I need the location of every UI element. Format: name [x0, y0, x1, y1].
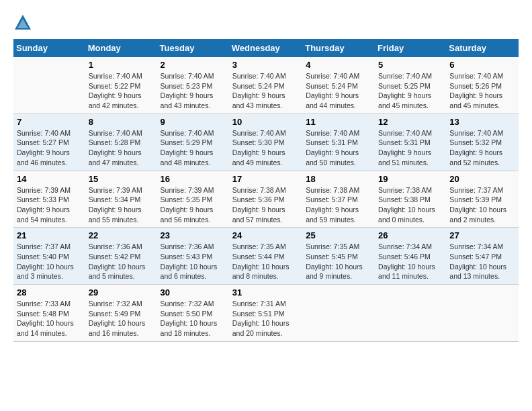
day-header-saturday: Saturday	[446, 39, 519, 57]
day-number: 10	[232, 117, 299, 127]
day-number: 8	[89, 117, 154, 127]
day-header-wednesday: Wednesday	[229, 39, 302, 57]
calendar-cell	[13, 57, 85, 113]
calendar-cell: 8Sunrise: 7:40 AMSunset: 5:28 PMDaylight…	[85, 113, 157, 171]
day-info: Sunrise: 7:40 AMSunset: 5:26 PMDaylight:…	[449, 71, 515, 111]
day-info: Sunrise: 7:37 AMSunset: 5:40 PMDaylight:…	[17, 242, 82, 281]
day-info: Sunrise: 7:40 AMSunset: 5:32 PMDaylight:…	[449, 128, 515, 168]
day-number: 22	[89, 230, 154, 240]
calendar-cell: 12Sunrise: 7:40 AMSunset: 5:31 PMDayligh…	[375, 113, 446, 171]
calendar-cell: 6Sunrise: 7:40 AMSunset: 5:26 PMDaylight…	[446, 57, 519, 113]
day-info: Sunrise: 7:38 AMSunset: 5:36 PMDaylight:…	[232, 185, 299, 225]
calendar-cell	[375, 285, 446, 342]
day-number: 5	[378, 60, 443, 70]
day-number: 17	[232, 174, 299, 184]
day-number: 4	[306, 60, 371, 70]
day-info: Sunrise: 7:38 AMSunset: 5:37 PMDaylight:…	[306, 185, 371, 225]
calendar-cell: 19Sunrise: 7:38 AMSunset: 5:38 PMDayligh…	[375, 171, 446, 228]
calendar-cell: 15Sunrise: 7:39 AMSunset: 5:34 PMDayligh…	[85, 171, 157, 228]
calendar-cell: 23Sunrise: 7:36 AMSunset: 5:43 PMDayligh…	[157, 228, 229, 285]
calendar-cell: 1Sunrise: 7:40 AMSunset: 5:22 PMDaylight…	[85, 57, 157, 113]
header-row: SundayMondayTuesdayWednesdayThursdayFrid…	[13, 39, 519, 57]
day-info: Sunrise: 7:40 AMSunset: 5:31 PMDaylight:…	[306, 128, 371, 168]
calendar-cell: 3Sunrise: 7:40 AMSunset: 5:24 PMDaylight…	[229, 57, 302, 113]
calendar-cell: 18Sunrise: 7:38 AMSunset: 5:37 PMDayligh…	[302, 171, 375, 228]
calendar-cell: 10Sunrise: 7:40 AMSunset: 5:30 PMDayligh…	[229, 113, 302, 171]
day-number: 30	[161, 287, 226, 298]
day-number: 24	[232, 230, 299, 240]
day-info: Sunrise: 7:36 AMSunset: 5:43 PMDaylight:…	[161, 242, 226, 281]
calendar-cell: 25Sunrise: 7:35 AMSunset: 5:45 PMDayligh…	[302, 228, 375, 285]
day-number: 20	[449, 174, 515, 184]
day-info: Sunrise: 7:40 AMSunset: 5:25 PMDaylight:…	[378, 71, 443, 111]
day-info: Sunrise: 7:31 AMSunset: 5:51 PMDaylight:…	[232, 299, 299, 338]
day-number: 26	[378, 230, 443, 240]
calendar-cell: 9Sunrise: 7:40 AMSunset: 5:29 PMDaylight…	[157, 113, 229, 171]
day-number: 6	[449, 60, 515, 70]
calendar-cell: 14Sunrise: 7:39 AMSunset: 5:33 PMDayligh…	[13, 171, 85, 228]
day-info: Sunrise: 7:36 AMSunset: 5:42 PMDaylight:…	[89, 242, 154, 281]
calendar-cell: 30Sunrise: 7:32 AMSunset: 5:50 PMDayligh…	[157, 285, 229, 342]
week-row-4: 21Sunrise: 7:37 AMSunset: 5:40 PMDayligh…	[13, 228, 519, 285]
day-number: 27	[449, 230, 515, 240]
calendar-cell: 29Sunrise: 7:32 AMSunset: 5:49 PMDayligh…	[85, 285, 157, 342]
week-row-5: 28Sunrise: 7:33 AMSunset: 5:48 PMDayligh…	[13, 285, 519, 342]
page-header	[13, 13, 519, 32]
calendar-cell: 21Sunrise: 7:37 AMSunset: 5:40 PMDayligh…	[13, 228, 85, 285]
day-header-monday: Monday	[85, 39, 157, 57]
calendar-cell: 17Sunrise: 7:38 AMSunset: 5:36 PMDayligh…	[229, 171, 302, 228]
day-info: Sunrise: 7:32 AMSunset: 5:49 PMDaylight:…	[89, 299, 154, 338]
day-info: Sunrise: 7:38 AMSunset: 5:38 PMDaylight:…	[378, 185, 443, 225]
calendar-cell: 22Sunrise: 7:36 AMSunset: 5:42 PMDayligh…	[85, 228, 157, 285]
calendar-cell: 7Sunrise: 7:40 AMSunset: 5:27 PMDaylight…	[13, 113, 85, 171]
calendar-cell: 16Sunrise: 7:39 AMSunset: 5:35 PMDayligh…	[157, 171, 229, 228]
week-row-2: 7Sunrise: 7:40 AMSunset: 5:27 PMDaylight…	[13, 113, 519, 171]
calendar-cell: 11Sunrise: 7:40 AMSunset: 5:31 PMDayligh…	[302, 113, 375, 171]
calendar-cell: 31Sunrise: 7:31 AMSunset: 5:51 PMDayligh…	[229, 285, 302, 342]
day-info: Sunrise: 7:35 AMSunset: 5:44 PMDaylight:…	[232, 242, 299, 281]
calendar-cell: 5Sunrise: 7:40 AMSunset: 5:25 PMDaylight…	[375, 57, 446, 113]
day-header-tuesday: Tuesday	[157, 39, 229, 57]
week-row-1: 1Sunrise: 7:40 AMSunset: 5:22 PMDaylight…	[13, 57, 519, 113]
day-number: 29	[89, 287, 154, 298]
logo-icon	[13, 13, 32, 32]
day-number: 21	[17, 230, 82, 240]
day-info: Sunrise: 7:34 AMSunset: 5:46 PMDaylight:…	[378, 242, 443, 281]
day-number: 13	[449, 117, 515, 127]
day-number: 12	[378, 117, 443, 127]
day-number: 23	[161, 230, 226, 240]
calendar-cell	[446, 285, 519, 342]
day-info: Sunrise: 7:40 AMSunset: 5:24 PMDaylight:…	[232, 71, 299, 111]
day-info: Sunrise: 7:33 AMSunset: 5:48 PMDaylight:…	[17, 299, 82, 338]
day-info: Sunrise: 7:39 AMSunset: 5:35 PMDaylight:…	[161, 185, 226, 225]
day-info: Sunrise: 7:40 AMSunset: 5:31 PMDaylight:…	[378, 128, 443, 168]
calendar-cell: 4Sunrise: 7:40 AMSunset: 5:24 PMDaylight…	[302, 57, 375, 113]
day-info: Sunrise: 7:32 AMSunset: 5:50 PMDaylight:…	[161, 299, 226, 338]
day-number: 19	[378, 174, 443, 184]
logo	[13, 13, 34, 32]
day-header-friday: Friday	[375, 39, 446, 57]
calendar-cell	[302, 285, 375, 342]
day-info: Sunrise: 7:40 AMSunset: 5:23 PMDaylight:…	[161, 71, 226, 111]
day-header-thursday: Thursday	[302, 39, 375, 57]
day-info: Sunrise: 7:34 AMSunset: 5:47 PMDaylight:…	[449, 242, 515, 281]
day-header-sunday: Sunday	[13, 39, 85, 57]
calendar-cell: 2Sunrise: 7:40 AMSunset: 5:23 PMDaylight…	[157, 57, 229, 113]
day-number: 3	[232, 60, 299, 70]
day-number: 9	[161, 117, 226, 127]
calendar-cell: 13Sunrise: 7:40 AMSunset: 5:32 PMDayligh…	[446, 113, 519, 171]
day-number: 15	[89, 174, 154, 184]
day-info: Sunrise: 7:40 AMSunset: 5:22 PMDaylight:…	[89, 71, 154, 111]
day-info: Sunrise: 7:40 AMSunset: 5:29 PMDaylight:…	[161, 128, 226, 168]
week-row-3: 14Sunrise: 7:39 AMSunset: 5:33 PMDayligh…	[13, 171, 519, 228]
day-number: 18	[306, 174, 371, 184]
calendar-table: SundayMondayTuesdayWednesdayThursdayFrid…	[13, 39, 519, 342]
day-info: Sunrise: 7:39 AMSunset: 5:34 PMDaylight:…	[89, 185, 154, 225]
calendar-cell: 20Sunrise: 7:37 AMSunset: 5:39 PMDayligh…	[446, 171, 519, 228]
day-number: 1	[89, 60, 154, 70]
day-number: 25	[306, 230, 371, 240]
day-info: Sunrise: 7:40 AMSunset: 5:30 PMDaylight:…	[232, 128, 299, 168]
day-number: 7	[17, 117, 82, 127]
day-number: 11	[306, 117, 371, 127]
day-info: Sunrise: 7:40 AMSunset: 5:28 PMDaylight:…	[89, 128, 154, 168]
